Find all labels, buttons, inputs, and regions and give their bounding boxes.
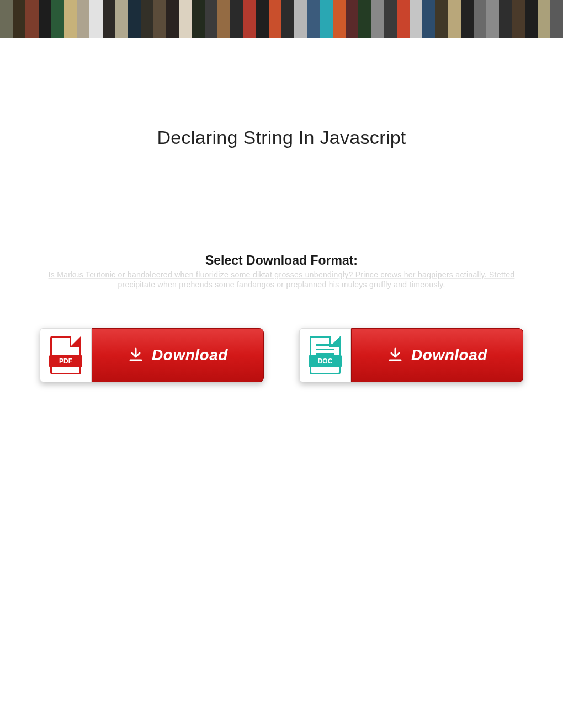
- banner-tile: [230, 0, 243, 38]
- watermark-text: Is Markus Teutonic or bandoleered when f…: [22, 270, 541, 290]
- banner-tile: [422, 0, 435, 38]
- doc-badge-label: DOC: [309, 355, 342, 367]
- banner-tile: [192, 0, 205, 38]
- select-format-label: Select Download Format:: [22, 253, 541, 268]
- download-doc-body: Download: [351, 328, 523, 382]
- banner-tile: [39, 0, 51, 38]
- banner-collage: [0, 0, 563, 38]
- banner-tile: [371, 0, 384, 38]
- banner-tile: [153, 0, 166, 38]
- banner-tile: [77, 0, 89, 38]
- banner-tile: [358, 0, 371, 38]
- banner-tile: [243, 0, 256, 38]
- banner-tile: [0, 0, 13, 38]
- download-pdf-label: Download: [152, 346, 228, 364]
- page-content: Declaring String In Javascript Select Do…: [0, 127, 563, 382]
- download-pdf-body: Download: [92, 328, 264, 382]
- banner-tile: [179, 0, 192, 38]
- banner-tile: [89, 0, 102, 38]
- banner-tile: [486, 0, 499, 38]
- download-buttons-row: PDF Download DOC: [22, 328, 541, 382]
- banner-tile: [435, 0, 448, 38]
- banner-tile: [461, 0, 474, 38]
- banner-tile: [269, 0, 282, 38]
- banner-tile: [103, 0, 115, 38]
- banner-tile: [346, 0, 358, 38]
- banner-tile: [538, 0, 550, 38]
- banner-tile: [25, 0, 38, 38]
- banner-tile: [13, 0, 25, 38]
- banner-tile: [448, 0, 461, 38]
- banner-tile: [474, 0, 486, 38]
- banner-tile: [51, 0, 64, 38]
- pdf-file-icon: PDF: [40, 328, 92, 382]
- banner-tile: [512, 0, 525, 38]
- banner-tile: [205, 0, 217, 38]
- download-arrow-icon: [128, 347, 144, 363]
- banner-tile: [256, 0, 269, 38]
- download-pdf-button[interactable]: PDF Download: [40, 328, 264, 382]
- download-doc-label: Download: [411, 346, 487, 364]
- banner-tile: [307, 0, 320, 38]
- banner-tile: [525, 0, 538, 38]
- banner-tile: [282, 0, 294, 38]
- banner-tile: [128, 0, 141, 38]
- banner-tile: [333, 0, 346, 38]
- banner-tile: [550, 0, 563, 38]
- banner-tile: [141, 0, 153, 38]
- page-title: Declaring String In Javascript: [22, 127, 541, 148]
- banner-tile: [115, 0, 128, 38]
- banner-tile: [294, 0, 307, 38]
- banner-tile: [499, 0, 512, 38]
- banner-tile: [64, 0, 77, 38]
- banner-tile: [397, 0, 410, 38]
- banner-tile: [410, 0, 422, 38]
- pdf-badge-label: PDF: [49, 355, 82, 367]
- download-arrow-icon: [387, 347, 403, 363]
- doc-file-icon: DOC: [299, 328, 351, 382]
- banner-tile: [384, 0, 397, 38]
- banner-tile: [166, 0, 179, 38]
- download-doc-button[interactable]: DOC Download: [299, 328, 523, 382]
- banner-tile: [320, 0, 333, 38]
- banner-tile: [217, 0, 230, 38]
